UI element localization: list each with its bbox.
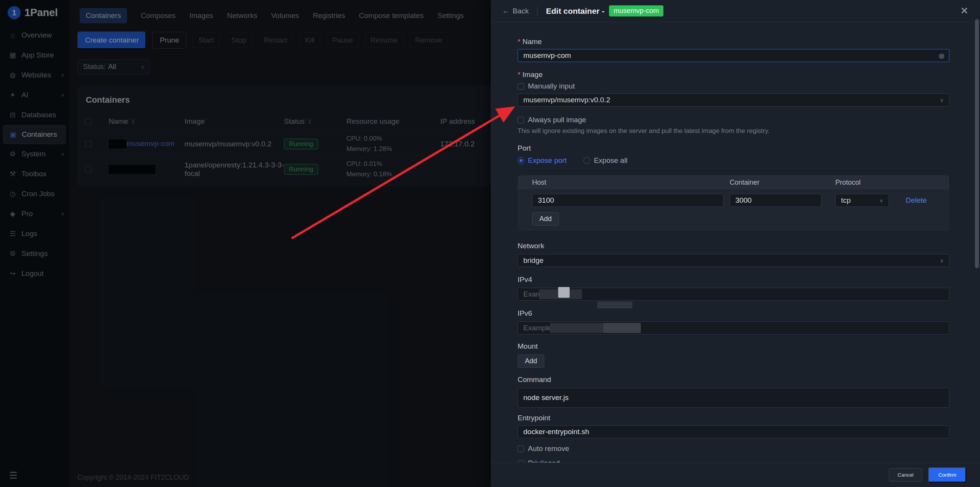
radio-icon [518, 157, 524, 164]
back-arrow-icon: ← [502, 7, 510, 15]
port-table-header: Host Container Protocol [518, 175, 949, 189]
port-mapping-panel: Host Container Protocol tcp ∨ Delete Add [518, 175, 949, 231]
drawer-body: Name ⊗ Image Manually input musemvp/muse… [491, 22, 980, 462]
redaction-block [603, 323, 641, 333]
redaction-block [558, 287, 570, 298]
ipv6-label: IPv6 [518, 309, 949, 318]
port-mapping-row: tcp ∨ Delete [518, 189, 949, 207]
drawer-scrollbar[interactable] [975, 19, 979, 268]
add-mount-button[interactable]: Add [518, 354, 544, 368]
container-port-input[interactable] [730, 194, 822, 207]
chevron-down-icon: ∨ [879, 198, 883, 203]
ipv4-label: IPv4 [518, 275, 949, 284]
expose-all-radio[interactable]: Expose all [583, 156, 627, 165]
chevron-down-icon: ∨ [940, 97, 944, 103]
network-select[interactable]: bridge ∨ [518, 254, 949, 267]
entrypoint-input[interactable] [518, 425, 949, 438]
add-port-button[interactable]: Add [532, 212, 559, 226]
redaction-block [550, 323, 603, 333]
edit-container-drawer: ← Back Edit container - musemvp-com ✕ Na… [491, 0, 980, 487]
manually-input-checkbox[interactable] [518, 83, 524, 90]
port-mode-radios: Expose port Expose all [518, 156, 949, 165]
image-select[interactable]: musemvp/musemvp:v0.0.2 ∨ [518, 93, 949, 107]
protocol-select[interactable]: tcp ∨ [835, 194, 889, 207]
redaction-block [597, 302, 632, 308]
expose-port-radio[interactable]: Expose port [518, 156, 567, 165]
cancel-button[interactable]: Cancel [889, 468, 923, 482]
ipv4-input[interactable] [518, 288, 949, 301]
radio-icon [583, 157, 590, 164]
image-label: Image [518, 71, 949, 79]
back-button[interactable]: ← Back [502, 7, 529, 15]
delete-port-link[interactable]: Delete [906, 196, 940, 205]
mount-label: Mount [518, 342, 949, 351]
entrypoint-label: Entrypoint [518, 414, 949, 422]
host-column: Host [532, 179, 730, 187]
name-label: Name [518, 38, 949, 46]
name-input[interactable] [518, 49, 949, 62]
drawer-title: Edit container - [546, 7, 604, 16]
network-label: Network [518, 242, 949, 250]
manually-input-option[interactable]: Manually input [518, 82, 949, 90]
confirm-button[interactable]: Confirm [928, 467, 966, 482]
drawer-footer: Cancel Confirm [491, 462, 980, 487]
container-column: Container [730, 179, 825, 187]
modal-overlay[interactable] [0, 0, 491, 487]
protocol-column: Protocol [825, 179, 897, 187]
always-pull-option[interactable]: Always pull image [518, 116, 949, 124]
header-divider [537, 7, 537, 15]
host-port-input[interactable] [532, 194, 724, 207]
clear-input-icon[interactable]: ⊗ [938, 51, 945, 61]
chevron-down-icon: ∨ [940, 258, 944, 264]
privileged-option[interactable]: Privileged [518, 459, 949, 462]
port-label: Port [518, 144, 949, 152]
container-tag: musemvp-com [609, 5, 663, 16]
auto-remove-checkbox[interactable] [518, 446, 524, 452]
always-pull-help-text: This will ignore existing images on the … [518, 127, 949, 135]
command-input[interactable]: node server.js [518, 388, 949, 408]
close-icon[interactable]: ✕ [960, 5, 969, 17]
always-pull-checkbox[interactable] [518, 117, 524, 123]
auto-remove-option[interactable]: Auto remove [518, 444, 949, 453]
command-label: Command [518, 375, 949, 384]
drawer-header: ← Back Edit container - musemvp-com ✕ [491, 0, 980, 22]
